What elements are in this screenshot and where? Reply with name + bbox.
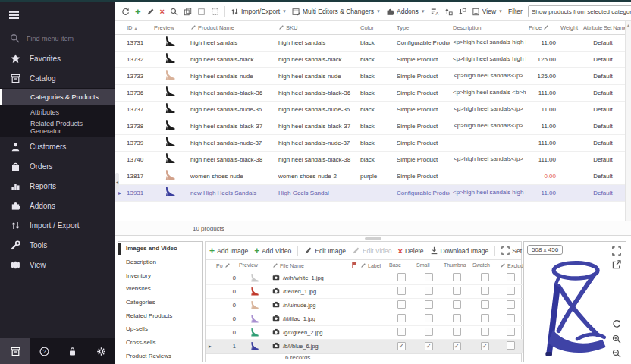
image-row[interactable]: 0 /n/u/nude.jpg [206,298,523,312]
swatch-checkbox[interactable] [481,342,489,350]
thumbnail-checkbox[interactable] [453,300,461,309]
vertical-scrollbar[interactable]: ▲ [625,21,631,221]
help-button[interactable] [30,338,58,364]
column-header-base[interactable]: Base [388,260,415,271]
detail-tab[interactable]: Inventory [118,268,202,282]
table-row[interactable]: 13817 women shoes-nude women shoes-nude-… [115,168,625,184]
image-row[interactable]: ▸ 1 /b/l/blue_6.jpg [206,339,523,353]
sidebar-item[interactable]: View [0,255,115,275]
exclude-checkbox[interactable] [507,314,515,322]
sidebar-item[interactable]: Tools [0,235,115,255]
edit-image-button[interactable]: Edit Image [304,246,346,255]
lock-button[interactable] [58,338,86,364]
column-header-color[interactable]: Color [358,21,394,34]
thumbnail-checkbox[interactable] [453,342,461,350]
sidebar-item[interactable]: Catalog [0,68,115,88]
sidebar-item[interactable]: Customers [0,136,115,156]
sidebar-item[interactable]: Addons [0,196,115,215]
sidebar-subitem[interactable]: Attributes [0,105,115,120]
move-down-button[interactable] [458,8,466,16]
column-header-flag[interactable] [350,260,359,271]
thumbnail-checkbox[interactable] [453,287,461,295]
exclude-checkbox[interactable] [507,273,515,281]
edit-video-button[interactable]: Edit Video [352,246,392,255]
move-up-button[interactable] [444,8,453,16]
rotate-icon[interactable] [612,319,621,328]
detail-tab[interactable]: Categories [118,296,202,309]
exclude-checkbox[interactable] [507,341,515,350]
image-row[interactable]: 0 /r/e/red_1.jpg [206,284,523,298]
column-header-weight[interactable]: Weight [558,21,581,34]
base-checkbox[interactable] [397,314,406,322]
column-header-price[interactable]: Price [526,21,558,34]
import-export-button[interactable]: Import/Export▼ [231,8,287,16]
sidebar-search[interactable]: Find menu item [0,28,115,49]
addons-button[interactable]: Addons▼ [386,8,425,16]
swatch-checkbox[interactable] [481,328,489,336]
table-row[interactable]: 13739 high heel sandals-nude-37 high hee… [115,134,625,151]
zoom-in-icon[interactable] [612,334,621,344]
thumbnail-checkbox[interactable] [453,314,461,322]
sort-button[interactable] [431,8,439,16]
base-checkbox[interactable] [397,342,406,350]
detail-tab[interactable]: Related Products [118,309,202,322]
column-header-preview[interactable]: Preview [152,21,188,34]
small-checkbox[interactable] [425,287,433,295]
refresh-button[interactable] [121,8,130,16]
detail-tab[interactable]: Images and Video [118,242,202,256]
exclude-checkbox[interactable] [507,287,515,295]
image-row[interactable]: 0 /l/i/lilac_1.jpg [206,312,523,325]
sidebar-subitem[interactable]: Related Products Generator [0,120,115,135]
base-checkbox[interactable] [397,287,406,295]
zoom-out-icon[interactable] [612,349,621,358]
detail-tab[interactable]: Description [118,256,202,269]
column-header-preview[interactable]: Preview [237,260,271,271]
table-row[interactable]: 13736 high heel sandals-black-36 high he… [115,84,625,101]
sidebar-subitem[interactable]: Categories & Products [0,89,115,105]
column-header-file-name[interactable]: File Name [271,260,350,271]
detail-tab[interactable]: Up-sells [118,322,202,336]
swatch-checkbox[interactable] [481,314,489,322]
table-row[interactable]: 13737 high heel sandals-nude-36 high hee… [115,101,625,118]
exclude-checkbox[interactable] [507,328,515,336]
table-row[interactable]: 13732 high heel sandals-black high heel … [115,51,625,67]
copy-button[interactable] [184,8,192,16]
add-product-button[interactable]: + [135,6,141,17]
small-checkbox[interactable] [425,300,433,309]
column-header-product-name[interactable]: Product Name [188,21,276,34]
column-header-swatch[interactable]: Swatch [471,260,498,271]
table-row[interactable]: 13738 high heel sandals-black-37 high he… [115,118,625,134]
add-image-button[interactable]: +Add Image [209,246,248,256]
small-checkbox[interactable] [425,314,433,322]
horizontal-splitter[interactable] [115,236,631,241]
clone-button[interactable] [211,8,219,16]
base-checkbox[interactable] [397,273,406,281]
detail-tab[interactable]: Websites [118,282,202,296]
column-header-exclude[interactable]: Exclude [498,260,523,271]
image-row[interactable]: 0 /w/h/white_1.jpg [206,271,523,284]
swatch-checkbox[interactable] [481,300,489,309]
column-header-sku[interactable]: SKU [276,21,358,34]
column-header-thumbnail[interactable]: Thumbna [442,260,471,271]
table-row[interactable]: 13731 high heel sandals high heel sandal… [115,34,625,51]
multi-editors-button[interactable]: Multi Editors & Changers▼ [292,8,381,16]
sidebar-item[interactable]: Import / Export [0,215,115,235]
sidebar-splitter[interactable]: ◂ [115,173,119,190]
column-header-id[interactable]: ID ▲ [124,21,152,34]
image-row[interactable]: 0 /g/r/green_2.jpg [206,325,523,339]
column-header-label[interactable]: Label [359,260,388,271]
thumbnail-checkbox[interactable] [453,328,461,336]
sidebar-item[interactable]: Favorites [0,49,115,68]
view-button[interactable]: View▼ [472,8,503,16]
table-row[interactable]: ▸ 13931 new High Heels Sandals High Geel… [115,184,625,201]
small-checkbox[interactable] [425,342,433,350]
checkbox-mode-button[interactable] [197,8,206,16]
add-video-button[interactable]: +Add Video [254,246,291,256]
edit-product-button[interactable] [146,8,155,16]
sidebar-item[interactable]: Orders [0,156,115,176]
column-header-position[interactable]: Po [215,260,237,271]
column-header-attribute-set[interactable]: Attribute Set Name [581,21,625,34]
category-filter-select[interactable]: Show products from selected categories▼ [528,5,631,17]
search-button[interactable] [170,8,178,16]
settings-button[interactable] [87,338,115,364]
